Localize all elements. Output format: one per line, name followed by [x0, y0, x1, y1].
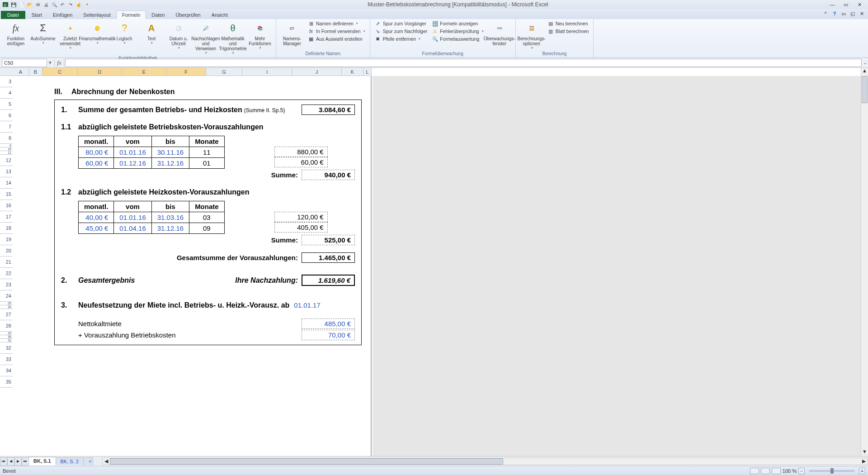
zoom-in-button[interactable]: + — [859, 468, 865, 474]
row-header-27[interactable]: 27 — [0, 309, 13, 320]
column-header-F[interactable]: F — [166, 68, 206, 76]
remove-arrows-button[interactable]: ✖Pfeile entfernen — [373, 35, 429, 43]
autosum-button[interactable]: Σ AutoSumme — [30, 20, 56, 46]
cell[interactable]: 31.03.16 — [151, 212, 189, 223]
sheet-nav-first[interactable]: ⏮ — [0, 457, 7, 466]
financial-button[interactable]: 🪙 Finanzmathematik — [84, 20, 110, 46]
tab-review[interactable]: Überprüfen — [170, 11, 206, 19]
row-header-11[interactable]: 11 — [0, 151, 13, 155]
column-header-K[interactable]: K — [342, 68, 363, 76]
zoom-slider[interactable] — [809, 470, 854, 472]
row-header-13[interactable]: 13 — [0, 166, 13, 177]
logic-button[interactable]: ? Logisch — [111, 20, 137, 46]
row-header-7[interactable]: 7 — [0, 121, 13, 133]
row-header-18[interactable]: 18 — [0, 223, 13, 234]
row-header-17[interactable]: 17 — [0, 211, 13, 223]
cell[interactable]: 60,00 € — [79, 158, 114, 169]
cell[interactable]: 45,00 € — [79, 223, 114, 234]
tab-insert[interactable]: Einfügen — [47, 11, 78, 19]
row-header-14[interactable]: 14 — [0, 177, 13, 189]
cell[interactable]: 09 — [189, 223, 225, 234]
cell[interactable]: 01.01.16 — [114, 212, 151, 223]
row-header-34[interactable]: 34 — [0, 365, 13, 376]
row-header-22[interactable]: 22 — [0, 268, 13, 279]
save-icon[interactable]: 💾 — [10, 1, 17, 8]
redo-icon[interactable]: ↷ — [67, 1, 74, 8]
tab-data[interactable]: Daten — [146, 11, 170, 19]
row-header-15[interactable]: 15 — [0, 189, 13, 200]
view-pagelayout-button[interactable] — [761, 468, 770, 474]
cell[interactable]: 11 — [189, 147, 225, 158]
column-header-E[interactable]: E — [122, 68, 166, 76]
evaluate-formula-button[interactable]: 🔍Formelauswertung — [430, 35, 485, 43]
column-header-A[interactable]: A — [13, 68, 29, 76]
column-header-D[interactable]: D — [78, 68, 122, 76]
view-pagebreak-button[interactable] — [772, 468, 781, 474]
sheet-tab-1[interactable]: BK, S.1 — [28, 457, 56, 466]
tab-pagelayout[interactable]: Seitenlayout — [78, 11, 116, 19]
cell[interactable]: 40,00 € — [79, 212, 114, 223]
fx-label-icon[interactable]: fx — [54, 59, 64, 66]
row-header-10[interactable]: 10 — [0, 147, 13, 151]
watch-window-button[interactable]: 👓 Überwachungs-fenster — [486, 20, 513, 47]
more-functions-button[interactable]: 📚 Mehr Funktionen — [247, 20, 273, 51]
cell[interactable]: 31.12.16 — [151, 158, 189, 169]
use-in-formula-button[interactable]: fxIn Formel verwenden — [306, 28, 367, 35]
expand-formula-bar-icon[interactable]: ⌄ — [862, 60, 868, 66]
touch-icon[interactable]: ☝ — [75, 1, 82, 8]
new-sheet-button[interactable]: ✧ — [83, 457, 93, 466]
name-box[interactable]: C50 — [2, 59, 47, 67]
mail-icon[interactable]: ✉ — [34, 1, 42, 8]
cell[interactable]: 03 — [189, 212, 225, 223]
row-header-16[interactable]: 16 — [0, 200, 13, 211]
error-check-button[interactable]: ⚠Fehlerüberprüfung — [430, 28, 485, 35]
scroll-thumb[interactable] — [862, 76, 868, 103]
zoom-knob[interactable] — [830, 468, 834, 474]
row-header-30[interactable]: 30 — [0, 335, 13, 339]
row-header-9[interactable]: 9 — [0, 144, 13, 147]
worksheet-cells[interactable]: III. Abrechnung der Nebenkosten 1. Summe… — [13, 76, 868, 456]
horizontal-scrollbar[interactable]: ◀ ▶ — [102, 458, 868, 465]
recalc-sheet-button[interactable]: ▥Blatt berechnen — [546, 28, 591, 35]
recalc-now-button[interactable]: ▤Neu berechnen — [546, 20, 591, 27]
close-button[interactable]: ✕ — [853, 0, 866, 9]
minimize-button[interactable]: — — [826, 0, 839, 9]
row-header-26[interactable]: 26 — [0, 305, 13, 309]
cell[interactable]: 01.01.16 — [114, 147, 151, 158]
tab-formulas[interactable]: Formeln — [116, 10, 146, 19]
row-header-24[interactable]: 24 — [0, 290, 13, 302]
column-header-C[interactable]: C — [42, 68, 78, 76]
row-header-25[interactable]: 25 — [0, 302, 13, 305]
select-all-corner[interactable] — [0, 68, 13, 76]
help-icon[interactable]: ? — [831, 10, 838, 17]
datetime-button[interactable]: 🕒 Datum u. Uhrzeit — [165, 20, 192, 51]
tab-file[interactable]: Datei — [1, 11, 25, 19]
names-manager-button[interactable]: 🏷 Namens-Manager — [279, 20, 305, 47]
cell[interactable]: 01 — [189, 158, 225, 169]
row-header-19[interactable]: 19 — [0, 234, 13, 245]
undo-icon[interactable]: ↶ — [59, 1, 66, 8]
zoom-percent[interactable]: 100 % — [783, 468, 797, 474]
cell[interactable]: 31.12.16 — [151, 223, 189, 234]
cell[interactable]: 01.04.16 — [114, 223, 151, 234]
vertical-scrollbar[interactable]: ▲ ▼ — [861, 68, 868, 456]
hscroll-thumb[interactable] — [110, 458, 503, 465]
sheet-nav-last[interactable]: ⏭ — [22, 457, 29, 466]
column-header-I[interactable]: I — [242, 68, 292, 76]
row-header-5[interactable]: 5 — [0, 99, 13, 110]
text-button[interactable]: A Text — [138, 20, 165, 46]
column-header-G[interactable]: G — [206, 68, 242, 76]
column-header-J[interactable]: J — [292, 68, 342, 76]
insert-function-button[interactable]: fx Funktion einfügen — [3, 20, 29, 47]
tab-view[interactable]: Ansicht — [206, 11, 233, 19]
nettokalt-value[interactable]: 485,00 € — [302, 318, 355, 329]
math-button[interactable]: θ Mathematik und Trigonometrie — [220, 20, 246, 56]
define-name-button[interactable]: ⊞Namen definieren — [306, 20, 367, 27]
window-full-icon[interactable]: ◱ — [849, 10, 856, 17]
row-header-29[interactable]: 29 — [0, 332, 13, 335]
lookup-button[interactable]: 🔎 Nachschlagen und Verweisen — [193, 20, 219, 56]
item3-date[interactable]: 01.01.17 — [294, 301, 320, 309]
qat-customize-icon[interactable] — [83, 1, 90, 8]
row-header-4[interactable]: 4 — [0, 87, 13, 99]
row-header-28[interactable]: 28 — [0, 320, 13, 332]
